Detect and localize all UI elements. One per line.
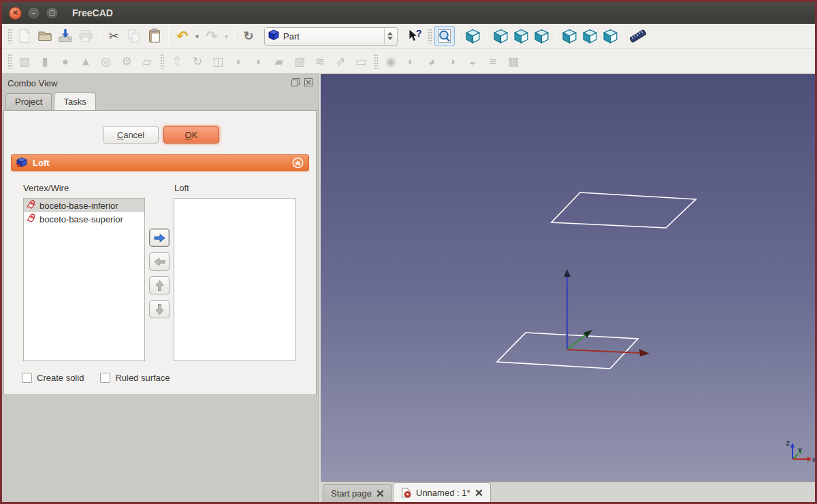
checkbox-ruled-surface[interactable]: Ruled surface	[100, 373, 170, 383]
part-sweep-icon: ⇗	[336, 56, 345, 67]
paste-button[interactable]	[144, 26, 165, 46]
whats-this-icon: ?	[406, 28, 423, 44]
3d-viewport[interactable]: ZYX	[321, 74, 815, 482]
down-arrow-icon	[155, 303, 164, 315]
toolbar-handle[interactable]	[160, 54, 164, 69]
part-cross-sections-button: ≡	[483, 51, 503, 71]
loft-task-header[interactable]: Loft	[11, 154, 309, 171]
view-front-button[interactable]	[490, 26, 511, 46]
open-file-button[interactable]	[35, 26, 55, 46]
loft-task-title: Loft	[33, 158, 50, 168]
options-row: Create solidRuled surface	[22, 373, 170, 383]
checkbox-label: Ruled surface	[115, 373, 170, 383]
part-cylinder-button: ▮	[35, 51, 55, 71]
workbench-cube-icon	[268, 29, 279, 43]
view-right-button[interactable]	[531, 26, 551, 46]
redo-button: ↷	[202, 26, 222, 46]
part-sphere-button: ●	[55, 51, 76, 71]
ok-button[interactable]: OK	[163, 126, 219, 144]
paste-icon	[146, 28, 163, 44]
workbench-spinner[interactable]	[384, 28, 396, 45]
part-torus-button: ◎	[96, 51, 116, 71]
cancel-button[interactable]: Cancel	[103, 126, 159, 144]
refresh-button[interactable]: ↻	[238, 26, 259, 46]
loft-listbox[interactable]	[174, 198, 295, 361]
dock-close-icon[interactable]	[304, 78, 313, 88]
view-top-button[interactable]	[511, 26, 531, 46]
view-bottom-button[interactable]	[579, 26, 600, 46]
checkbox-box[interactable]	[22, 373, 32, 383]
part-shape-builder-button: ▱	[137, 51, 157, 71]
part-cylinder-icon: ▮	[42, 56, 48, 67]
move-down-button	[149, 300, 170, 318]
part-toolbar: ▧▮●▲◎⚙▱⇧↻◫◖◗▰▨≋⇗▭◉◐◕◑◒≡▩	[5, 51, 524, 71]
part-sphere-icon: ●	[62, 56, 69, 67]
move-right-button[interactable]	[149, 229, 170, 247]
workbench-selector[interactable]: Part	[264, 27, 398, 46]
cut-button[interactable]: ✂	[103, 26, 124, 46]
toolbar-row-2: ▧▮●▲◎⚙▱⇧↻◫◖◗▰▨≋⇗▭◉◐◕◑◒≡▩	[2, 48, 815, 73]
view-left-button[interactable]	[600, 26, 620, 46]
window-maximize-button[interactable]: ▢	[46, 7, 59, 20]
combo-view-title: Combo View	[7, 78, 57, 88]
move-up-button	[149, 276, 170, 295]
list-item[interactable]: boceto-base-inferior	[24, 199, 144, 212]
fit-all-button[interactable]	[434, 26, 455, 46]
tab-tasks[interactable]: Tasks	[54, 93, 95, 110]
part-cut-button: ◐	[401, 51, 421, 71]
checkbox-create-solid[interactable]: Create solid	[22, 373, 84, 383]
list-item-label: boceto-base-superior	[39, 214, 123, 224]
document-tab-unnamed-1[interactable]: Unnamed : 1*	[393, 482, 491, 502]
right-arrow-icon	[154, 233, 165, 243]
view-right-icon	[533, 28, 550, 45]
whats-this-button[interactable]: ?	[404, 26, 425, 46]
part-chamfer-button: ◗	[249, 51, 269, 71]
part-shape-builder-icon: ▱	[142, 56, 151, 67]
document-tab-start-page[interactable]: Start page	[323, 484, 392, 502]
3d-scene: ZYX	[321, 74, 815, 482]
print-icon	[78, 28, 94, 44]
part-cut-icon: ◐	[408, 56, 415, 67]
print-button	[76, 26, 96, 46]
combo-view-tabs: ProjectTasks	[2, 93, 318, 110]
part-primitives-button: ⚙	[116, 51, 137, 71]
view-axonometric-button[interactable]	[462, 26, 483, 46]
tab-close-icon[interactable]	[377, 490, 384, 497]
save-file-button[interactable]	[55, 26, 76, 46]
up-arrow-icon	[155, 280, 164, 291]
undo-button[interactable]: ↶	[172, 26, 193, 46]
toolbar-handle[interactable]	[7, 29, 12, 44]
view-top-icon	[513, 28, 530, 45]
measure-distance-icon	[629, 28, 647, 44]
part-loft-icon: ≋	[315, 56, 325, 67]
tab-project[interactable]: Project	[5, 93, 52, 110]
checkbox-box[interactable]	[100, 373, 110, 383]
copy-button	[124, 26, 144, 46]
part-mirror-button: ◫	[208, 51, 228, 71]
dock-float-icon[interactable]	[291, 78, 300, 88]
toolbar-separator	[234, 28, 235, 44]
viewport-column: ZYX Start pageUnnamed : 1*	[321, 74, 815, 502]
sketch-upper[interactable]	[551, 192, 696, 228]
window-minimize-button[interactable]: –	[27, 7, 40, 20]
part-offset-button: ▭	[351, 51, 371, 71]
left-arrow-icon	[154, 257, 165, 267]
collapse-section-icon[interactable]	[292, 157, 304, 169]
measure-distance-button[interactable]	[628, 26, 648, 46]
toolbar-handle[interactable]	[428, 29, 432, 44]
view-rear-button[interactable]	[559, 26, 579, 46]
document-tab-label: Start page	[331, 488, 372, 499]
list-item[interactable]: boceto-base-superior	[24, 212, 144, 226]
tab-close-icon[interactable]	[475, 489, 483, 497]
undo-history-dropdown-icon[interactable]: ▾	[193, 26, 202, 46]
part-make-face-button: ▰	[269, 51, 289, 71]
part-section-icon: ◒	[469, 56, 476, 67]
new-file-button	[14, 26, 35, 46]
part-ruled-surface-icon: ▨	[294, 56, 305, 67]
cut-icon: ✂	[108, 30, 118, 42]
toolbar-handle[interactable]	[374, 54, 378, 69]
view-left-icon	[602, 28, 619, 45]
toolbar-handle[interactable]	[7, 54, 12, 69]
window-close-button[interactable]: ✕	[9, 7, 22, 20]
vertex-wire-listbox[interactable]: boceto-base-inferiorboceto-base-superior	[23, 198, 145, 361]
